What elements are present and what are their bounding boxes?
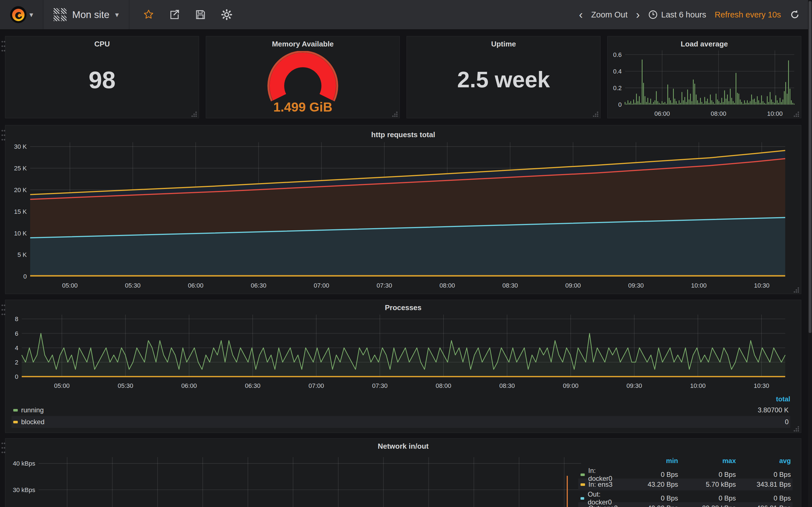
column-min[interactable]: min [622,457,680,465]
svg-text:40 kBps: 40 kBps [13,460,36,467]
svg-text:08:00: 08:00 [440,282,455,289]
panel-processes[interactable]: Processes 0246805:0005:3006:0006:3007:00… [5,300,801,433]
panel-title[interactable]: Network in/out [5,439,801,451]
legend-row-out-docker0[interactable]: Out: docker0 0 Bps 0 Bps 0 Bps [578,490,793,502]
max-value: 0 Bps [680,494,738,502]
page-scrollbar[interactable] [808,0,812,507]
legend-label[interactable]: running [21,406,44,414]
refresh-interval-button[interactable]: Refresh every 10s [715,10,781,19]
avg-value: 0 Bps [738,471,793,478]
legend-row-running[interactable]: running 3.80700 K [11,404,790,416]
panel-title[interactable]: Memory Available [206,36,400,49]
processes-legend: total running 3.80700 K blocked 0 [11,395,790,428]
legend-label[interactable]: Out: docker0 [588,490,620,506]
svg-text:08:00: 08:00 [711,110,726,117]
dashboard-title: Mon site [72,9,109,20]
memory-value: 1.499 GiB [206,100,400,115]
panel-title[interactable]: Processes [5,300,801,313]
panel-title[interactable]: CPU [5,36,199,49]
panel-http-requests[interactable]: http requests total 05 K10 K15 K20 K25 K… [5,125,801,294]
panel-load-average[interactable]: Load average 00.20.40.606:0008:0010:00 [607,36,801,118]
max-value: 29.38 kBps [680,504,738,507]
svg-text:08:30: 08:30 [502,282,518,289]
settings-button[interactable] [221,9,233,20]
svg-text:6: 6 [15,330,18,337]
svg-text:06:00: 06:00 [654,110,670,117]
svg-text:09:00: 09:00 [563,382,578,389]
star-button[interactable] [143,9,154,20]
resize-handle[interactable] [798,112,799,113]
cpu-value: 98 [5,66,199,94]
blocked-series-chip [13,421,18,424]
legend-total-value: 0 [785,418,789,426]
max-value: 5.70 kBps [680,481,738,489]
svg-text:4: 4 [15,344,18,351]
panel-cpu[interactable]: CPU 98 [5,36,199,118]
panel-title[interactable]: http requests total [5,125,801,138]
refresh-icon [790,9,800,20]
refresh-button[interactable] [790,9,800,20]
panel-title[interactable]: Load average [608,36,801,49]
legend-label[interactable]: blocked [21,418,45,426]
svg-text:15 K: 15 K [14,208,27,215]
time-range-label: Last 6 hours [661,10,706,19]
svg-text:06:00: 06:00 [188,282,203,289]
series-chip [580,483,585,486]
time-shift-back-button[interactable]: ‹ [579,10,582,19]
time-shift-forward-button[interactable]: › [636,10,640,19]
row-drag-handle[interactable] [1,128,5,142]
column-avg[interactable]: avg [738,457,793,465]
svg-text:06:30: 06:30 [245,382,260,389]
svg-text:5 K: 5 K [17,251,27,258]
share-icon [169,9,180,20]
http-requests-chart: 05 K10 K15 K20 K25 K30 K05:0005:3006:000… [5,139,801,294]
legend-label[interactable]: In: ens3 [589,481,612,489]
time-range-button[interactable]: Last 6 hours [648,10,706,19]
row-drag-handle[interactable] [1,40,5,52]
legend-row-blocked[interactable]: blocked 0 [11,416,790,428]
panel-memory[interactable]: Memory Available 1.499 GiB [206,36,400,118]
processes-chart: 0246805:0005:3006:0006:3007:0007:3008:00… [5,313,801,394]
panel-network[interactable]: Network in/out 40 kBps30 kBps20 kBps min… [5,438,801,507]
resize-handle[interactable] [798,287,799,289]
save-button[interactable] [195,9,206,20]
column-max[interactable]: max [680,457,738,465]
resize-handle[interactable] [396,112,398,113]
legend-label[interactable]: In: docker0 [588,467,620,483]
resize-handle[interactable] [195,112,197,113]
resize-handle[interactable] [798,426,799,428]
zoom-out-button[interactable]: Zoom Out [591,10,627,19]
panel-uptime[interactable]: Uptime 2.5 week [407,36,601,118]
share-button[interactable] [169,9,180,20]
row-drag-handle[interactable] [1,303,5,316]
grafana-logo-button[interactable]: ▾ [0,0,43,29]
svg-text:30 K: 30 K [14,143,27,150]
svg-text:08:00: 08:00 [436,382,451,389]
min-value: 40.00 Bps [622,504,680,507]
row-drag-handle[interactable] [1,441,5,454]
legend-header-total[interactable]: total [11,395,790,404]
svg-text:0.4: 0.4 [613,68,622,75]
max-value: 0 Bps [680,471,738,478]
network-chart: 40 kBps30 kBps20 kBps [5,451,584,507]
svg-text:0: 0 [15,373,18,380]
scrollbar-thumb[interactable] [809,1,811,333]
min-value: 0 Bps [622,471,680,478]
dashboard-title-dropdown[interactable]: Mon site ▾ [43,0,130,29]
dashboard-grid-icon [54,8,66,21]
panel-title[interactable]: Uptime [407,36,600,49]
legend-label[interactable]: Out: ens3 [589,504,618,507]
svg-text:0.2: 0.2 [613,84,622,92]
legend-row-in-ens3[interactable]: In: ens3 43.20 Bps 5.70 kBps 343.81 Bps [578,478,793,490]
svg-text:20 K: 20 K [14,186,27,193]
svg-text:30 kBps: 30 kBps [13,487,36,494]
load-average-chart: 00.20.40.606:0008:0010:00 [608,49,802,119]
svg-text:06:00: 06:00 [181,382,197,389]
svg-text:10:30: 10:30 [754,382,769,389]
svg-text:09:30: 09:30 [628,282,644,289]
legend-row-in-docker0[interactable]: In: docker0 0 Bps 0 Bps 0 Bps [578,467,793,478]
series-chip [580,473,585,476]
resize-handle[interactable] [597,112,598,113]
grafana-logo-icon [10,6,27,23]
series-chip [580,497,584,500]
